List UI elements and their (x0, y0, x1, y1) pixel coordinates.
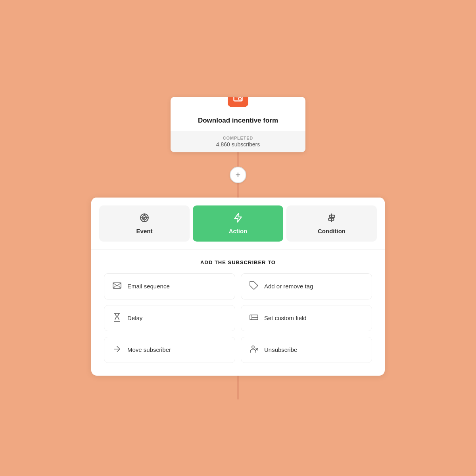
action-item-label-set-custom-field: Set custom field (264, 315, 307, 321)
action-tab-icon (233, 213, 243, 225)
condition-tab-icon (326, 213, 337, 225)
tab-condition-label: Condition (318, 228, 345, 234)
action-item-label-email-sequence: Email sequence (127, 283, 170, 290)
action-item-email-sequence[interactable]: Email sequence (104, 273, 235, 299)
svg-line-11 (119, 286, 121, 288)
tab-action[interactable]: Action (193, 205, 283, 242)
top-connector: + (230, 152, 246, 198)
tab-event-label: Event (136, 228, 153, 234)
custom-field-icon (249, 313, 259, 324)
add-step-button[interactable]: + (230, 167, 246, 183)
form-card-title: Download incentive form (198, 117, 278, 125)
action-item-delay[interactable]: Delay (104, 305, 235, 331)
connector-line-top (238, 152, 238, 167)
canvas: Download incentive form COMPLETED 4,860 … (0, 77, 476, 399)
connector-line-bottom (238, 183, 238, 198)
action-grid: Email sequence Add or remove tag (91, 273, 385, 363)
action-item-unsubscribe[interactable]: Unsubscribe (241, 337, 372, 363)
tabs-container: Event Action (91, 198, 385, 242)
tab-action-label: Action (229, 228, 248, 234)
form-svg-icon (232, 97, 244, 102)
form-card-footer: COMPLETED 4,860 subscribers (171, 131, 305, 152)
tab-event[interactable]: Event (99, 205, 190, 242)
action-card: Event Action (91, 198, 385, 376)
svg-line-10 (113, 286, 115, 288)
action-item-set-custom-field[interactable]: Set custom field (241, 305, 372, 331)
form-subscribers: 4,860 subscribers (178, 141, 298, 148)
delay-icon (112, 313, 122, 324)
tag-icon (249, 281, 259, 292)
form-icon (228, 97, 248, 107)
bottom-connector (238, 376, 238, 399)
action-item-label-unsubscribe: Unsubscribe (264, 346, 297, 353)
action-item-add-remove-tag[interactable]: Add or remove tag (241, 273, 372, 299)
action-item-label-add-remove-tag: Add or remove tag (264, 283, 313, 290)
form-card: Download incentive form COMPLETED 4,860 … (171, 97, 305, 152)
move-subscriber-icon (112, 344, 122, 355)
action-item-label-move-subscriber: Move subscriber (127, 346, 171, 353)
action-item-move-subscriber[interactable]: Move subscriber (104, 337, 235, 363)
form-status: COMPLETED (178, 136, 298, 140)
email-sequence-icon (112, 281, 122, 292)
unsubscribe-icon (249, 344, 259, 355)
form-card-header: Download incentive form (171, 97, 305, 131)
section-title: ADD THE SUBSCRIBER TO (91, 250, 385, 273)
tab-condition[interactable]: Condition (286, 205, 377, 242)
event-tab-icon (139, 213, 150, 225)
action-item-label-delay: Delay (127, 315, 142, 321)
svg-point-17 (252, 346, 254, 348)
svg-marker-5 (234, 213, 241, 222)
bottom-connector-line (238, 376, 238, 399)
